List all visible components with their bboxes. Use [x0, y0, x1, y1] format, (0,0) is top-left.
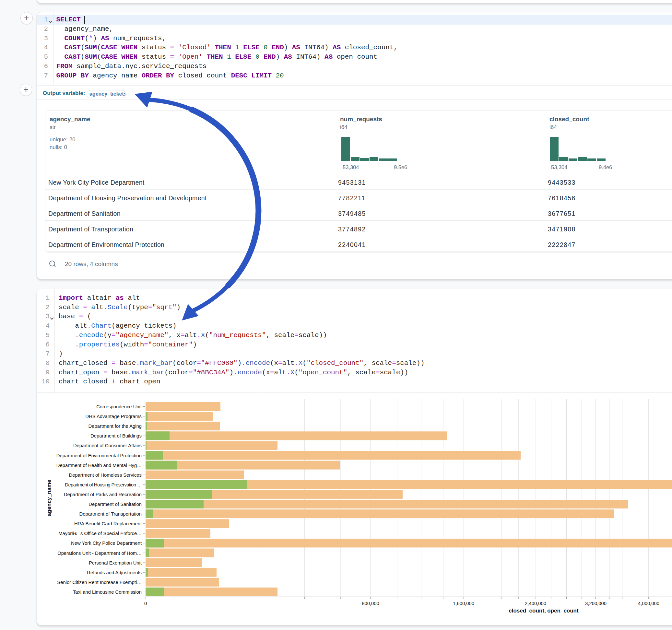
svg-text:Taxi and Limousine Commission: Taxi and Limousine Commission	[73, 589, 142, 595]
svg-text:Senior Citizen Rent Increase E: Senior Citizen Rent Increase Exempti…	[57, 580, 142, 585]
svg-text:HRA Benefit Card Replacement: HRA Benefit Card Replacement	[74, 521, 142, 526]
svg-text:New York City Police Departmen: New York City Police Department	[71, 540, 142, 546]
svg-text:Department of Parks and Recrea: Department of Parks and Recreation	[64, 492, 142, 497]
svg-text:DHS Advantage Programs: DHS Advantage Programs	[85, 414, 142, 419]
svg-text:Department of Buildings: Department of Buildings	[91, 433, 142, 438]
svg-text:Department of Homeless Service: Department of Homeless Services	[69, 472, 142, 478]
svg-text:Department of Health and Menta: Department of Health and Mental Hyg…	[56, 463, 142, 468]
svg-text:2,400,000: 2,400,000	[525, 601, 546, 606]
svg-text:closed_count, open_count: closed_count, open_count	[509, 608, 579, 614]
svg-text:Correspondence Unit: Correspondence Unit	[96, 404, 142, 409]
svg-text:agency_name: agency_name	[46, 480, 52, 516]
svg-text:Department of Housing Preserva: Department of Housing Preservation …	[65, 482, 142, 487]
svg-text:Refunds and Adjustments: Refunds and Adjustments	[87, 570, 142, 575]
svg-text:Department of Sanitation: Department of Sanitation	[89, 502, 142, 507]
svg-text:Mayorâ€ s Office of Special E: Mayorâ€ s Office of Special Enforce…	[58, 531, 142, 536]
svg-text:4,000,000: 4,000,000	[638, 601, 659, 606]
svg-text:Department of Transportation: Department of Transportation	[79, 511, 142, 516]
svg-text:Operations Unit - Department o: Operations Unit - Department of Hom…	[57, 551, 142, 556]
svg-text:800,000: 800,000	[362, 601, 379, 606]
svg-text:1,600,000: 1,600,000	[453, 601, 474, 606]
svg-text:Department of Consumer Affairs: Department of Consumer Affairs	[73, 443, 142, 448]
svg-text:0: 0	[144, 601, 147, 606]
svg-text:Personal Exemption Unit: Personal Exemption Unit	[89, 560, 142, 565]
svg-text:3,200,000: 3,200,000	[585, 601, 606, 606]
svg-text:Department of Environmental Pr: Department of Environmental Protection	[56, 453, 142, 458]
svg-text:Department for the Aging: Department for the Aging	[88, 423, 142, 429]
